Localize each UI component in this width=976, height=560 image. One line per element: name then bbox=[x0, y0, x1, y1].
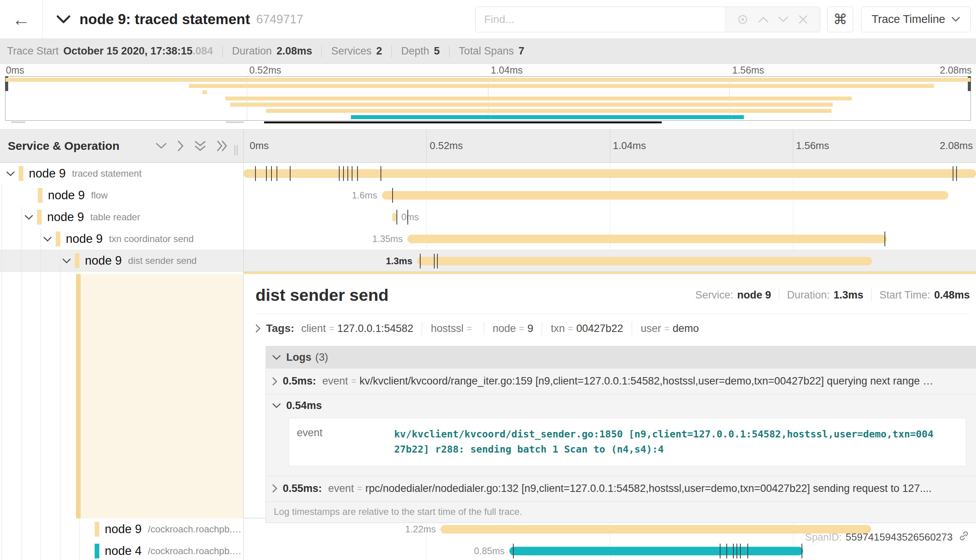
tag-key: user bbox=[641, 323, 661, 335]
info-value: 2.08ms bbox=[277, 45, 312, 57]
span-toggle-icon[interactable] bbox=[43, 237, 52, 242]
log-marker-tick bbox=[407, 210, 408, 225]
timeline-cell[interactable]: 1.35ms bbox=[243, 228, 976, 250]
operation-name[interactable]: /cockroach.roachpb.I… bbox=[148, 524, 243, 535]
minimap-axis: 0ms 0.52ms 1.04ms 1.56ms 2.08ms bbox=[0, 64, 976, 76]
span-toggle-icon[interactable] bbox=[6, 171, 15, 176]
divider bbox=[449, 46, 449, 57]
span-row-table-reader[interactable]: node 9 table reader 0ms bbox=[0, 206, 976, 228]
log-timestamp: 0.5ms: bbox=[283, 375, 316, 387]
timeline-cell[interactable]: 0ms bbox=[243, 206, 976, 228]
log-entry-collapsed[interactable]: 0.55ms: event = rpc/nodedialer/nodediale… bbox=[266, 476, 976, 501]
service-name[interactable]: node 9 bbox=[47, 210, 84, 224]
span-row-flow[interactable]: node 9 flow 1.6ms bbox=[0, 184, 976, 206]
service-operation-title: Service & Operation bbox=[8, 139, 120, 153]
log-key: event bbox=[322, 375, 348, 387]
locate-icon[interactable] bbox=[737, 14, 749, 25]
column-divider[interactable] bbox=[243, 129, 244, 560]
operation-name[interactable]: flow bbox=[91, 190, 108, 201]
span-detail-header: dist sender send Service: node 9 Duratio… bbox=[255, 278, 970, 312]
timeline-tick: 0ms bbox=[250, 140, 269, 152]
log-expanded-header[interactable]: 0.54ms bbox=[272, 400, 970, 412]
timeline-cell[interactable] bbox=[243, 163, 976, 184]
tag-equals: = bbox=[519, 323, 524, 334]
view-selector-button[interactable]: Trace Timeline bbox=[861, 7, 971, 32]
collapse-one-icon[interactable] bbox=[155, 142, 167, 149]
log-key: event bbox=[328, 483, 354, 495]
find-input[interactable] bbox=[476, 7, 725, 32]
expand-one-icon[interactable] bbox=[177, 140, 184, 152]
tag-key: node bbox=[493, 323, 516, 335]
logs-header[interactable]: Logs (3) bbox=[266, 346, 976, 368]
back-button[interactable]: ← bbox=[0, 0, 43, 39]
view-selector-label: Trace Timeline bbox=[872, 13, 945, 26]
span-detail-stats: Service: node 9 Duration: 1.3ms Start Ti… bbox=[695, 289, 970, 301]
timeline-cell[interactable]: 1.6ms bbox=[243, 184, 976, 206]
selected-span-left-fill bbox=[81, 274, 243, 518]
service-name[interactable]: node 9 bbox=[66, 232, 103, 246]
timeline-gridline bbox=[793, 130, 793, 162]
column-resize-handle[interactable] bbox=[234, 145, 239, 155]
service-name[interactable]: node 9 bbox=[85, 254, 122, 268]
span-row-dist-sender-send[interactable]: node 9 dist sender send 1.3ms bbox=[0, 250, 976, 272]
span-row-traced-statement[interactable]: node 9 traced statement bbox=[0, 163, 976, 184]
span-bar[interactable] bbox=[243, 169, 976, 178]
service-name[interactable]: node 9 bbox=[105, 522, 142, 536]
chevron-down-icon bbox=[272, 403, 281, 408]
tags-accordion[interactable]: Tags: client=127.0.0.1:54582 hostssl= no… bbox=[255, 316, 970, 341]
expand-all-icon[interactable] bbox=[216, 140, 228, 152]
minimap-scrub-mark bbox=[226, 121, 244, 123]
timeline-cell[interactable]: 1.3ms bbox=[243, 250, 976, 271]
divider bbox=[632, 322, 632, 335]
service-name[interactable]: node 4 bbox=[105, 544, 142, 558]
info-label: Trace Start bbox=[7, 45, 59, 57]
divider bbox=[255, 314, 970, 314]
span-bar[interactable] bbox=[382, 191, 948, 200]
service-name[interactable]: node 9 bbox=[29, 167, 66, 181]
log-value[interactable]: kv/kvclient/kvcoord/dist_sender.go:1850 … bbox=[386, 418, 943, 466]
span-bar[interactable] bbox=[417, 257, 872, 265]
span-id-label: SpanID: bbox=[805, 531, 842, 543]
trace-collapse-toggle[interactable] bbox=[56, 15, 71, 24]
operation-name[interactable]: table reader bbox=[90, 212, 140, 223]
operation-name[interactable]: txn coordinator send bbox=[109, 233, 194, 244]
service-name[interactable]: node 9 bbox=[48, 188, 85, 202]
minimap-span bbox=[189, 84, 934, 88]
find-clear-icon[interactable] bbox=[798, 14, 808, 25]
span-toggle-icon[interactable] bbox=[62, 258, 71, 263]
minimap-canvas[interactable] bbox=[5, 76, 971, 121]
log-entry-collapsed[interactable]: 0.5ms: event = kv/kvclient/kvcoord/range… bbox=[266, 368, 976, 394]
service-color-swatch bbox=[75, 253, 79, 268]
span-bar[interactable] bbox=[392, 213, 396, 221]
operation-name[interactable]: dist sender send bbox=[128, 255, 197, 266]
log-marker-tick bbox=[884, 232, 885, 246]
span-row-txn-coordinator-send[interactable]: node 9 txn coordinator send 1.35ms bbox=[0, 228, 976, 250]
chevron-right-icon bbox=[272, 484, 277, 493]
find-box bbox=[475, 7, 820, 32]
find-prev-icon[interactable] bbox=[758, 16, 769, 23]
log-marker-tick bbox=[420, 254, 421, 269]
divider bbox=[542, 322, 542, 335]
timeline-tick: 1.56ms bbox=[796, 140, 829, 152]
log-marker-tick bbox=[352, 166, 352, 181]
keyboard-shortcuts-button[interactable]: ⌘ bbox=[827, 7, 853, 32]
span-toggle-icon[interactable] bbox=[25, 215, 33, 220]
span-duration-label: 1.35ms bbox=[372, 233, 403, 244]
log-marker-tick bbox=[396, 210, 397, 225]
log-entry-expanded: 0.54ms event kv/kvclient/kvcoord/dist_se… bbox=[266, 394, 976, 476]
minimap-span bbox=[203, 90, 207, 94]
deep-link-icon[interactable] bbox=[958, 530, 970, 544]
operation-name[interactable]: traced statement bbox=[72, 168, 142, 179]
collapse-all-icon[interactable] bbox=[194, 140, 206, 152]
divider bbox=[222, 46, 223, 57]
service-color-swatch bbox=[37, 210, 42, 225]
span-bar[interactable] bbox=[407, 235, 886, 243]
top-header: ← node 9: traced statement 6749717 bbox=[0, 0, 976, 39]
tree-cell: node 9 table reader bbox=[0, 206, 243, 228]
find-next-icon[interactable] bbox=[778, 16, 789, 23]
divider bbox=[484, 322, 484, 335]
span-id-row: SpanID: 5597415943526560273 bbox=[255, 523, 970, 552]
operation-name[interactable]: /cockroach.roachpb.I… bbox=[148, 546, 243, 556]
minimap-focus-bar[interactable] bbox=[264, 121, 662, 123]
timeline-gridline bbox=[426, 130, 427, 162]
